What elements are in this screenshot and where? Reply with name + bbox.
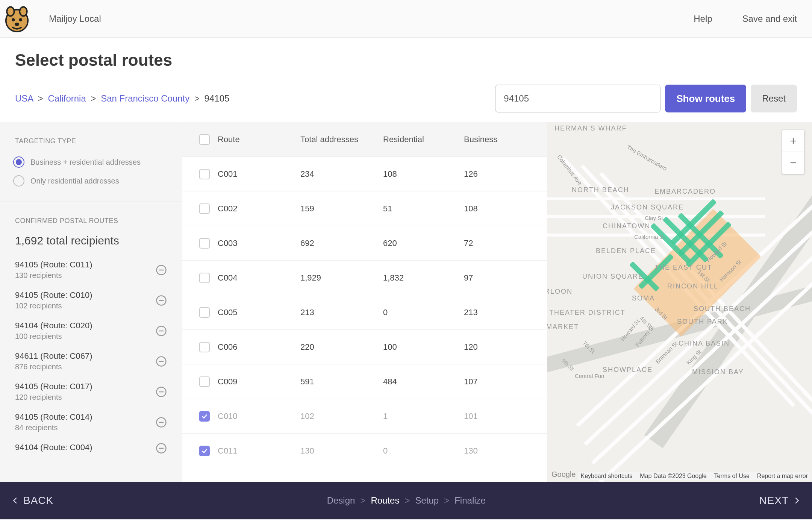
remove-route-button[interactable] [156,356,167,367]
remove-route-button[interactable] [156,264,167,276]
map-attribution: Keyboard shortcuts Map Data ©2023 Google… [578,472,810,480]
keyboard-shortcuts-link[interactable]: Keyboard shortcuts [580,473,632,479]
route-item-title: 94105 (Route: C010) [15,290,156,300]
chevron-right-icon: > [360,495,365,506]
header-business: Business [464,135,532,144]
breadcrumb-country[interactable]: USA [15,93,33,103]
row-checkbox[interactable] [199,376,210,387]
minus-circle-icon [156,443,167,454]
cell-business: 101 [464,411,532,421]
table-row[interactable]: C009 591 484 107 [182,364,547,399]
table-header-row: Route Total addresses Residential Busine… [182,122,547,157]
cell-residential: 1 [383,411,464,421]
chevron-right-icon: > [404,495,410,506]
remove-route-button[interactable] [156,325,167,337]
cell-residential: 108 [383,169,464,179]
row-checkbox[interactable] [199,238,210,249]
confirmed-route-item: 94105 (Route: C011) 130 recipients [0,255,182,285]
row-checkbox[interactable] [199,307,210,318]
row-checkbox[interactable] [199,169,210,179]
header-residential: Residential [383,135,464,144]
zoom-in-button[interactable]: + [782,130,804,152]
total-recipients: 1,692 total recipients [0,231,182,255]
next-button[interactable]: NEXT [759,495,801,507]
cell-business: 120 [464,342,532,352]
radio-icon [13,175,24,187]
breadcrumb-state[interactable]: California [48,93,86,103]
neighborhood-label: THE EAST CUT [654,264,712,272]
neighborhood-label: UNION SQUARE [582,273,644,281]
table-row[interactable]: C010 102 1 101 [182,399,547,434]
targeting-option-business-residential[interactable]: Business + residential addresses [13,153,169,171]
minus-circle-icon [156,417,167,428]
cell-residential: 1,832 [383,273,464,283]
cell-total: 220 [300,342,383,352]
zip-input[interactable] [495,85,661,112]
map[interactable]: HERMAN'S WHARFNORTH BEACHEMBARCADEROJACK… [547,122,812,482]
table-row[interactable]: C001 234 108 126 [182,157,547,191]
table-row[interactable]: C006 220 100 120 [182,330,547,364]
topbar: Mailjoy Local Help Save and exit [0,0,812,38]
cell-residential: 484 [383,377,464,387]
remove-route-button[interactable] [156,443,167,454]
select-all-checkbox[interactable] [199,134,210,145]
svg-point-5 [15,23,19,26]
route-table: Route Total addresses Residential Busine… [182,122,547,482]
confirmed-route-item: 94105 (Route: C017) 120 recipients [0,376,182,407]
remove-route-button[interactable] [156,295,167,306]
cell-total: 234 [300,169,383,179]
footer-steps: Design > Routes > Setup > Finalize [327,495,486,506]
neighborhood-label: HERMAN'S WHARF [554,124,627,132]
cell-total: 591 [300,377,383,387]
cell-business: 130 [464,446,532,456]
table-row[interactable]: C011 130 0 130 [182,434,547,468]
terms-link[interactable]: Terms of Use [714,473,750,479]
report-error-link[interactable]: Report a map error [757,473,808,479]
step-design[interactable]: Design [327,495,355,506]
breadcrumb-county[interactable]: San Francisco County [101,93,189,103]
show-routes-button[interactable]: Show routes [665,85,746,112]
route-item-sub: 876 recipients [15,363,156,371]
confirmed-route-item: 94104 (Route: C020) 100 recipients [0,316,182,346]
step-routes[interactable]: Routes [371,495,399,506]
title-area: Select postal routes [0,38,812,73]
save-exit-link[interactable]: Save and exit [727,14,812,24]
row-checkbox[interactable] [199,203,210,214]
cell-business: 72 [464,238,532,248]
minus-circle-icon [156,356,167,367]
table-row[interactable]: C002 159 51 108 [182,191,547,226]
neighborhood-label: EMBARCADERO [654,188,716,196]
targeting-option-residential-only[interactable]: Only residential addresses [13,171,169,190]
route-item-sub: 130 recipients [15,271,156,280]
zoom-out-button[interactable]: − [782,152,804,174]
row-checkbox[interactable] [199,446,210,456]
help-link[interactable]: Help [679,14,727,24]
targeting-radio-group: Business + residential addresses Only re… [0,151,182,202]
back-button[interactable]: BACK [11,495,53,507]
cell-total: 102 [300,411,383,421]
radio-label: Only residential addresses [30,177,119,185]
row-checkbox[interactable] [199,411,210,422]
breadcrumb-zip: 94105 [205,93,230,103]
table-row[interactable]: C005 213 0 213 [182,295,547,330]
table-row[interactable]: C003 692 620 72 [182,226,547,261]
neighborhood-label: JACKSON SQUARE [611,203,684,211]
breadcrumb: USA > California > San Francisco County … [15,93,229,104]
app-name: Mailjoy Local [38,14,101,24]
table-row[interactable]: C004 1,929 1,832 97 [182,261,547,295]
reset-button[interactable]: Reset [751,85,797,112]
cell-residential: 0 [383,446,464,456]
route-item-sub: 84 recipients [15,423,156,432]
row-checkbox[interactable] [199,342,210,352]
quokka-icon [2,4,32,33]
logo[interactable] [0,0,38,38]
route-item-title: 94104 (Route: C004) [15,443,156,452]
remove-route-button[interactable] [156,386,167,398]
step-setup[interactable]: Setup [415,495,439,506]
step-finalize[interactable]: Finalize [454,495,486,506]
remove-route-button[interactable] [156,417,167,428]
content: TARGETING TYPE Business + residential ad… [0,122,812,482]
street-label: Central Fun [575,373,604,379]
cell-total: 1,929 [300,273,383,283]
row-checkbox[interactable] [199,273,210,283]
